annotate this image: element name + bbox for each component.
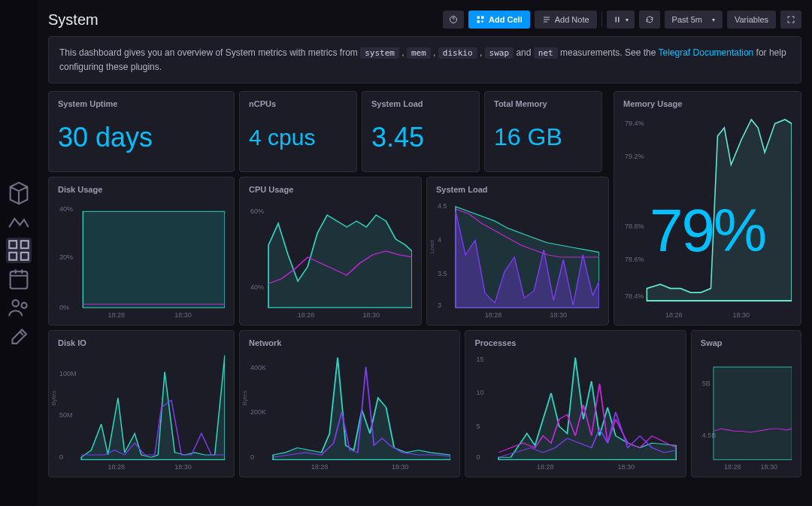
cell-disk-io[interactable]: Disk IO Bytes 100M50M0 18:2818:30 [48, 330, 235, 477]
svg-point-5 [13, 300, 20, 307]
cell-swap[interactable]: Swap 5B4.5B 18:2818:30 [691, 330, 801, 477]
time-range-dropdown[interactable]: Past 5m▾ [665, 11, 723, 29]
add-note-label: Add Note [555, 15, 589, 24]
banner-code-swap: swap [485, 47, 514, 59]
toolbar: Add Cell Add Note ▾ Past 5m▾ Variables [443, 11, 801, 29]
cell-ncpus-value: 4 cpus [249, 111, 347, 164]
add-cell-label: Add Cell [489, 15, 523, 24]
cell-network[interactable]: Network Bytes 400K200K0 18:2818:30 [239, 330, 460, 477]
cell-total-memory-value: 16 GB [494, 111, 592, 164]
cell-processes-title: Processes [474, 338, 676, 347]
svg-rect-10 [477, 20, 480, 23]
cell-cpu-usage[interactable]: CPU Usage 60%40% 18:2818:30 [239, 177, 422, 326]
chart-disk-io: Bytes 100M50M0 18:2818:30 [58, 350, 225, 469]
nav-dashboards-icon[interactable] [6, 238, 32, 263]
cell-ncpus[interactable]: nCPUs 4 cpus [239, 91, 357, 172]
header: System Add Cell Add Note ▾ Past 5m▾ Vari… [48, 11, 801, 29]
banner-mid: measurements. See the [560, 47, 659, 58]
variables-label: Variables [735, 15, 768, 24]
banner-code-diskio: diskio [438, 47, 477, 59]
add-note-button[interactable]: Add Note [535, 11, 597, 29]
banner-code-mem: mem [407, 47, 431, 59]
svg-rect-1 [21, 241, 29, 248]
svg-rect-3 [21, 253, 29, 260]
cell-total-memory-title: Total Memory [494, 99, 592, 108]
svg-rect-9 [481, 17, 484, 20]
nav-data-icon[interactable] [6, 180, 32, 206]
svg-point-6 [22, 303, 27, 308]
cell-disk-io-title: Disk IO [58, 338, 225, 347]
cell-load-value: 3.45 [371, 111, 470, 164]
nav-explorer-icon[interactable] [6, 209, 32, 235]
cell-cpu-usage-title: CPU Usage [249, 185, 412, 194]
time-range-label: Past 5m [672, 15, 702, 24]
chart-disk-usage: 40%20%0% 18:2818:30 [58, 197, 225, 317]
add-cell-button[interactable]: Add Cell [468, 11, 530, 29]
cell-ncpus-title: nCPUs [249, 99, 347, 108]
cell-disk-usage[interactable]: Disk Usage 40%20%0% 18:2818:30 [48, 177, 235, 326]
banner-code-system: system [360, 47, 399, 59]
cell-network-title: Network [249, 338, 450, 347]
banner-doc-link[interactable]: Telegraf Documentation [659, 47, 754, 58]
variables-button[interactable]: Variables [727, 11, 776, 29]
chart-swap: 5B4.5B 18:2818:30 [701, 350, 792, 469]
chart-system-load: Load 4.543.53 18:2818:30 [436, 197, 599, 317]
chart-network: Bytes 400K200K0 18:2818:30 [249, 350, 450, 469]
chart-processes: 151050 18:2818:30 [474, 350, 676, 469]
nav-org-icon[interactable] [6, 295, 32, 320]
cell-swap-title: Swap [701, 338, 792, 347]
svg-rect-8 [477, 17, 480, 20]
help-button[interactable] [443, 11, 464, 29]
cell-total-memory[interactable]: Total Memory 16 GB [484, 91, 602, 172]
nav-tasks-icon[interactable] [6, 266, 32, 292]
banner-prefix: This dashboard gives you an overview of … [59, 47, 360, 58]
cell-load[interactable]: System Load 3.45 [362, 91, 480, 172]
cell-disk-usage-title: Disk Usage [58, 185, 225, 194]
chart-cpu-usage: 60%40% 18:2818:30 [249, 197, 412, 317]
cell-uptime-title: System Uptime [58, 99, 225, 108]
cell-processes[interactable]: Processes 151050 18:2818:30 [465, 330, 686, 477]
cell-uptime-value: 30 days [58, 111, 225, 164]
main-content: System Add Cell Add Note ▾ Past 5m▾ Vari… [38, 0, 812, 506]
fullscreen-button[interactable] [780, 11, 801, 29]
info-banner: This dashboard gives you an overview of … [48, 36, 801, 83]
pause-button[interactable]: ▾ [607, 11, 635, 29]
page-title: System [48, 11, 98, 29]
cell-uptime[interactable]: System Uptime 30 days [48, 91, 235, 172]
svg-rect-12 [618, 17, 620, 23]
svg-rect-0 [9, 241, 17, 248]
svg-rect-2 [9, 253, 17, 260]
svg-rect-4 [11, 271, 28, 289]
sidebar [0, 0, 38, 506]
refresh-button[interactable] [639, 11, 660, 29]
svg-rect-11 [615, 17, 617, 23]
memory-usage-overlay: 79% [614, 196, 801, 265]
cell-load-title: System Load [371, 99, 470, 108]
cell-memory-usage[interactable]: Memory Usage 79.4%79.2%78.8%78.6%78.4% 1… [614, 91, 801, 326]
cell-memory-usage-title: Memory Usage [623, 99, 792, 108]
nav-settings-icon[interactable] [6, 323, 32, 349]
cell-system-load-chart-title: System Load [436, 185, 599, 194]
cell-system-load-chart[interactable]: System Load Load 4.543.53 18:2818:30 [426, 177, 609, 326]
banner-code-net: net [534, 47, 558, 59]
toolbar-divider [601, 12, 602, 27]
